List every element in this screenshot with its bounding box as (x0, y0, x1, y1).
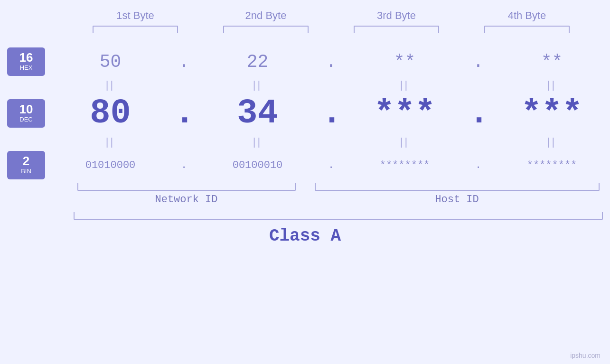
bracket-1 (93, 26, 178, 33)
eq-cell-5: || (58, 136, 163, 148)
dec-row: 10 DEC 80 . 34 . *** . *** (0, 94, 610, 133)
hex-base-num: 16 (7, 51, 45, 64)
network-bracket (77, 183, 296, 191)
bin-byte-2: 00100010 (206, 159, 310, 171)
host-bracket (315, 183, 600, 191)
hex-val-4: ** (541, 52, 563, 72)
dec-byte-2: 34 (206, 94, 310, 133)
id-labels-row: Network ID Host ID (77, 194, 600, 205)
bin-val-4: ******** (527, 159, 577, 171)
hex-base-text: HEX (7, 64, 45, 72)
hex-dot-3: . (469, 52, 488, 72)
dec-label-col: 10 DEC (0, 99, 52, 128)
equals-row-1: || || || || (0, 79, 610, 91)
network-id-label: Network ID (77, 194, 296, 205)
bracket-4 (484, 26, 570, 33)
full-bracket-row (74, 212, 603, 220)
eq-signs-1: || || || || (52, 79, 610, 91)
watermark: ipshu.com (570, 352, 601, 359)
dec-dot-2: . (322, 94, 341, 133)
byte-label-4: 4th Byte (475, 9, 579, 22)
byte-label-3: 3rd Byte (344, 9, 449, 22)
dec-byte-1: 80 (58, 94, 163, 133)
bin-base-label: 2 BIN (7, 151, 45, 179)
dec-dot-3: . (469, 94, 488, 133)
eq-signs-2: || || || || (52, 136, 610, 148)
bracket-2 (223, 26, 309, 33)
bin-base-text: BIN (7, 167, 45, 176)
hex-label-col: 16 HEX (0, 47, 52, 76)
bottom-bracket-row (77, 183, 600, 191)
bin-val-2: 00100010 (233, 159, 283, 171)
eq-cell-3: || (353, 79, 457, 91)
host-id-label: Host ID (315, 194, 600, 205)
bin-val-1: 01010000 (85, 159, 136, 171)
bin-val-3: ******** (380, 159, 430, 171)
eq-cell-7: || (353, 136, 457, 148)
byte-label-1: 1st Byte (83, 9, 188, 22)
eq-cell-2: || (206, 79, 310, 91)
bin-byte-1: 01010000 (58, 159, 163, 171)
eq-cell-8: || (500, 136, 604, 148)
bin-label-col: 2 BIN (0, 151, 52, 179)
bin-dot-1: . (175, 159, 194, 171)
top-bracket-row (70, 26, 592, 33)
class-label: Class A (269, 226, 341, 246)
dec-val-2: 34 (237, 94, 278, 133)
dec-byte-3: *** (353, 94, 457, 133)
hex-row: 16 HEX 50 . 22 . ** . ** (0, 47, 610, 76)
hex-byte-4: ** (500, 52, 604, 72)
hex-dot-2: . (322, 52, 341, 72)
bin-dot-2: . (322, 159, 341, 171)
hex-val-1: 50 (100, 52, 122, 72)
dec-val-4: *** (521, 94, 583, 133)
hex-byte-3: ** (353, 52, 457, 72)
eq-cell-1: || (58, 79, 163, 91)
eq-cell-4: || (500, 79, 604, 91)
dec-base-num: 10 (7, 103, 45, 115)
class-label-row: Class A (0, 226, 610, 246)
main-container: 1st Byte 2nd Byte 3rd Byte 4th Byte 16 H… (0, 0, 610, 364)
equals-row-2: || || || || (0, 136, 610, 148)
bracket-3 (354, 26, 439, 33)
full-bracket (74, 212, 603, 220)
dec-values: 80 . 34 . *** . *** (52, 94, 610, 133)
bin-byte-3: ******** (353, 159, 457, 171)
hex-values: 50 . 22 . ** . ** (52, 52, 610, 72)
dec-val-1: 80 (90, 94, 131, 133)
hex-val-2: 22 (247, 52, 269, 72)
hex-val-3: ** (394, 52, 416, 72)
byte-label-2: 2nd Byte (214, 9, 318, 22)
hex-byte-2: 22 (206, 52, 310, 72)
byte-labels-row: 1st Byte 2nd Byte 3rd Byte 4th Byte (70, 9, 592, 22)
dec-dot-1: . (175, 94, 194, 133)
dec-base-text: DEC (7, 115, 45, 124)
hex-dot-1: . (175, 52, 194, 72)
bin-byte-4: ******** (500, 159, 604, 171)
dec-base-label: 10 DEC (7, 99, 45, 128)
dec-val-3: *** (374, 94, 436, 133)
bin-values: 01010000 . 00100010 . ******** . *******… (52, 159, 610, 171)
bin-dot-3: . (469, 159, 488, 171)
bin-row: 2 BIN 01010000 . 00100010 . ******** . (0, 151, 610, 179)
dec-byte-4: *** (500, 94, 604, 133)
bin-base-num: 2 (7, 155, 45, 167)
hex-base-label: 16 HEX (7, 47, 45, 76)
hex-byte-1: 50 (58, 52, 163, 72)
eq-cell-6: || (206, 136, 310, 148)
